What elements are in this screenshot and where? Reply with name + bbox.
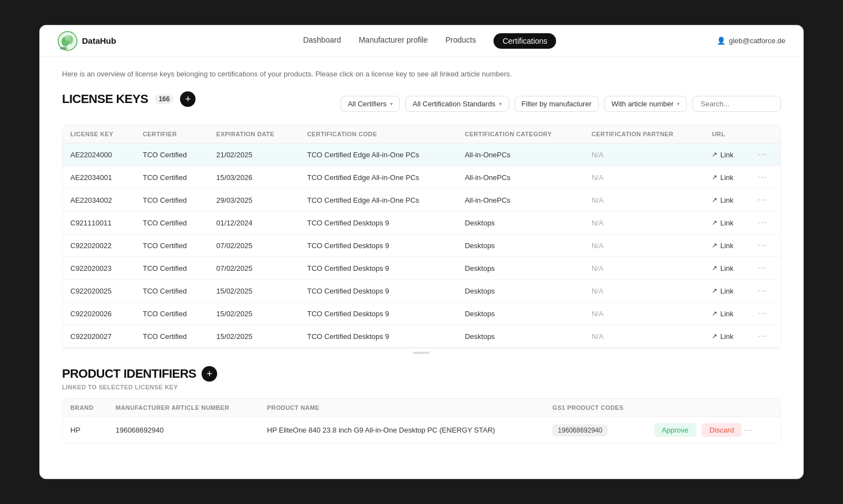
more-options-button[interactable]: ··· (758, 172, 767, 182)
search-input[interactable] (692, 96, 781, 112)
discard-button[interactable]: Discard (702, 423, 742, 437)
nav-dashboard[interactable]: Dashboard (303, 33, 341, 49)
product-table-header: BRAND MANUFACTURER ARTICLE NUMBER PRODUC… (63, 399, 780, 417)
link-label[interactable]: Link (720, 287, 733, 295)
cell-license-key: C921110011 (63, 212, 135, 234)
approve-button[interactable]: Approve (654, 423, 696, 437)
cell-license-key: AE22024000 (63, 143, 135, 166)
cell-certification-category: All-in-OnePCs (457, 189, 584, 212)
table-row[interactable]: C922020023 TCO Certified 07/02/2025 TCO … (63, 257, 780, 280)
cell-certifier: TCO Certified (135, 257, 209, 280)
manufacturer-filter[interactable]: Filter by manufacturer (515, 96, 599, 112)
link-label[interactable]: Link (720, 219, 733, 227)
col-url: URL (704, 125, 750, 143)
certifiers-filter[interactable]: All Certifiers ▾ (341, 96, 400, 112)
cell-certification-category: Desktops (457, 302, 584, 325)
link-label[interactable]: Link (720, 173, 733, 182)
cell-url: ↗ Link (704, 302, 750, 325)
add-license-key-button[interactable]: + (180, 91, 196, 107)
prod-col-brand: BRAND (63, 399, 108, 417)
cell-url: ↗ Link (704, 212, 750, 234)
table-row[interactable]: C922020025 TCO Certified 15/02/2025 TCO … (63, 280, 780, 302)
cell-url: ↗ Link (704, 189, 750, 212)
svg-point-3 (65, 35, 70, 41)
link-label[interactable]: Link (720, 264, 733, 272)
external-link-icon: ↗ (712, 287, 717, 295)
nav-links: Dashboard Manufacturer profile Products … (143, 33, 717, 49)
cell-license-key: AE22034002 (63, 189, 135, 212)
article-number-filter[interactable]: With article number ▾ (604, 96, 687, 112)
cell-expiration-date: 15/03/2026 (209, 166, 300, 189)
standards-filter[interactable]: All Certification Standards ▾ (405, 96, 509, 112)
cell-certification-code: TCO Certified Desktops 9 (299, 257, 457, 280)
section-title-group: LICENSE KEYS 166 + (62, 91, 196, 107)
external-link-icon: ↗ (712, 173, 717, 181)
cell-certification-category: Desktops (457, 212, 584, 234)
cell-expiration-date: 01/12/2024 (209, 212, 300, 234)
cell-url: ↗ Link (704, 166, 750, 189)
app-window: ESG ESG DataHub Dashboard Manufacturer p… (39, 25, 804, 479)
cell-certification-partner: N/A (584, 234, 704, 257)
nav-products[interactable]: Products (445, 33, 476, 49)
table-row[interactable]: C922020027 TCO Certified 15/02/2025 TCO … (63, 325, 780, 348)
link-label[interactable]: Link (720, 151, 733, 159)
cell-certification-code: TCO Certified Desktops 9 (299, 234, 457, 257)
col-actions (750, 125, 780, 143)
nav-brand-label: DataHub (82, 36, 116, 45)
cell-url: ↗ Link (704, 280, 750, 302)
user-icon: 👤 (717, 37, 726, 45)
prod-col-name: PRODUCT NAME (259, 399, 544, 417)
link-label[interactable]: Link (720, 196, 733, 204)
cell-certification-category: Desktops (457, 325, 584, 348)
table-row[interactable]: HP 196068692940 HP EliteOne 840 23.8 inc… (63, 417, 780, 444)
product-more-options-button[interactable]: ··· (744, 425, 753, 435)
more-options-button[interactable]: ··· (758, 286, 767, 295)
prod-col-article: MANUFACTURER ARTICLE NUMBER (108, 399, 259, 417)
more-options-button[interactable]: ··· (758, 308, 767, 318)
more-options-button[interactable]: ··· (758, 218, 767, 227)
cell-expiration-date: 29/03/2025 (209, 189, 300, 212)
cell-more: ··· (750, 166, 780, 189)
more-options-button[interactable]: ··· (758, 195, 767, 204)
cell-license-key: C922020022 (63, 234, 135, 257)
link-label[interactable]: Link (720, 241, 733, 250)
table-row[interactable]: C922020022 TCO Certified 07/02/2025 TCO … (63, 234, 780, 257)
gs1-badge: 196068692940 (552, 424, 608, 436)
table-row[interactable]: AE22034001 TCO Certified 15/03/2026 TCO … (63, 166, 780, 189)
cell-certification-partner: N/A (584, 212, 704, 234)
cell-product-actions: Approve Discard ··· (646, 417, 780, 444)
cell-expiration-date: 15/02/2025 (209, 325, 300, 348)
link-label[interactable]: Link (720, 332, 733, 341)
more-options-button[interactable]: ··· (758, 240, 767, 250)
add-product-identifier-button[interactable]: + (202, 366, 217, 382)
esg-logo-icon: ESG ESG (58, 31, 78, 51)
cell-certification-category: Desktops (457, 234, 584, 257)
external-link-icon: ↗ (712, 196, 717, 204)
cell-certification-code: TCO Certified Edge All-in-One PCs (299, 143, 457, 166)
link-label[interactable]: Link (720, 310, 733, 318)
more-options-button[interactable]: ··· (758, 150, 767, 159)
manufacturer-label: Filter by manufacturer (522, 100, 592, 108)
cell-certifier: TCO Certified (135, 325, 209, 348)
cell-certification-partner: N/A (584, 280, 704, 302)
cell-license-key: C922020026 (63, 302, 135, 325)
col-certification-partner: CERTIFICATION PARTNER (584, 125, 704, 143)
license-keys-title: LICENSE KEYS (62, 92, 148, 106)
nav-certifications[interactable]: Certifications (494, 33, 556, 49)
resize-divider[interactable] (62, 348, 781, 357)
nav-manufacturer-profile[interactable]: Manufacturer profile (359, 33, 428, 49)
drag-handle-icon (413, 352, 430, 354)
more-options-button[interactable]: ··· (758, 263, 767, 272)
cell-more: ··· (750, 143, 780, 166)
cell-url: ↗ Link (704, 257, 750, 280)
cell-product-name: HP EliteOne 840 23.8 inch G9 All-in-One … (259, 417, 544, 444)
table-row[interactable]: AE22024000 TCO Certified 21/02/2025 TCO … (63, 143, 780, 166)
table-row[interactable]: C921110011 TCO Certified 01/12/2024 TCO … (63, 212, 780, 234)
table-body: AE22024000 TCO Certified 21/02/2025 TCO … (63, 143, 780, 348)
cell-url: ↗ Link (704, 325, 750, 348)
col-expiration-date: EXPIRATION DATE (209, 125, 300, 143)
table-row[interactable]: AE22034002 TCO Certified 29/03/2025 TCO … (63, 189, 780, 212)
cell-certification-partner: N/A (584, 325, 704, 348)
more-options-button[interactable]: ··· (758, 331, 767, 341)
table-row[interactable]: C922020026 TCO Certified 15/02/2025 TCO … (63, 302, 780, 325)
